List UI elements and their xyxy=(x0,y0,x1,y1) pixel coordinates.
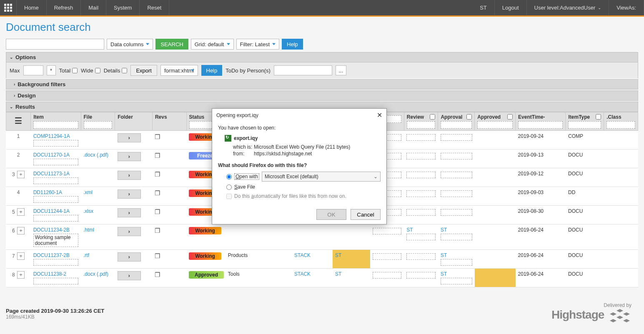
approval-cell[interactable] xyxy=(441,134,472,141)
nav-mail[interactable]: Mail xyxy=(81,0,106,15)
max-input[interactable] xyxy=(23,65,43,75)
folder-button[interactable] xyxy=(118,252,141,262)
revisions-icon[interactable]: ❐ xyxy=(155,271,160,278)
nav-reset[interactable]: Reset xyxy=(140,0,169,15)
approval-cell[interactable] xyxy=(441,190,472,197)
approval-link[interactable]: ST xyxy=(441,271,447,277)
approval-link[interactable]: ST xyxy=(441,252,447,258)
owner-link[interactable]: ST xyxy=(335,252,341,258)
item-link[interactable]: DD11260-1A xyxy=(33,189,62,195)
search-input[interactable] xyxy=(6,39,104,50)
approval-cell[interactable] xyxy=(441,172,472,178)
total-checkbox[interactable] xyxy=(72,68,78,73)
approved-chk[interactable] xyxy=(507,114,513,120)
stack-link[interactable]: STACK xyxy=(294,271,311,277)
review-cell[interactable] xyxy=(406,190,436,197)
file-link[interactable]: .xlsx xyxy=(83,208,93,214)
expand-button[interactable]: + xyxy=(17,171,25,178)
filter-approved[interactable] xyxy=(477,121,513,129)
filter-class[interactable] xyxy=(606,121,635,129)
data-columns-select[interactable]: Data columns xyxy=(107,39,153,50)
details-checkbox-label[interactable]: Details xyxy=(104,67,128,74)
filter-approval[interactable] xyxy=(441,121,472,129)
folder-button[interactable] xyxy=(118,133,141,142)
item-link[interactable]: COMP11294-1A xyxy=(33,133,70,139)
approval-cell[interactable] xyxy=(441,209,472,216)
filter-select[interactable]: Filter: Latest xyxy=(236,39,280,50)
empty-cell[interactable] xyxy=(373,228,402,234)
item-link[interactable]: DOCU11234-2B xyxy=(33,227,70,233)
review-cell[interactable] xyxy=(406,272,436,279)
expand-button[interactable]: + xyxy=(17,208,25,216)
revisions-icon[interactable]: ❐ xyxy=(155,133,160,140)
review-link[interactable]: ST xyxy=(406,227,413,233)
review-cell[interactable] xyxy=(406,253,436,260)
owner-link[interactable]: ST xyxy=(335,271,341,277)
options-section[interactable]: ⌄ Options xyxy=(6,52,638,62)
user-level[interactable]: User level: AdvancedUser ⌄ xyxy=(527,0,609,15)
review-cell[interactable] xyxy=(406,134,436,141)
view-as[interactable]: ViewAs: xyxy=(609,0,644,15)
row-menu-icon[interactable]: ☰ xyxy=(9,114,28,125)
user-short[interactable]: ST xyxy=(472,0,495,15)
ok-button[interactable]: OK xyxy=(316,209,346,220)
item-link[interactable]: DOCU11270-1A xyxy=(33,152,70,158)
review-chk[interactable] xyxy=(430,114,435,120)
format-select[interactable]: format:xhtml xyxy=(160,65,198,76)
folder-button[interactable] xyxy=(118,271,141,280)
background-filters-section[interactable]: › Background filters xyxy=(6,79,638,90)
save-file-radio[interactable] xyxy=(226,184,232,190)
approval-chk[interactable] xyxy=(466,114,472,120)
revisions-icon[interactable]: ❐ xyxy=(155,189,160,197)
item-edit[interactable] xyxy=(33,196,78,203)
search-button[interactable]: SEARCH xyxy=(155,39,188,50)
nav-home[interactable]: Home xyxy=(17,0,47,15)
filter-review[interactable] xyxy=(407,121,436,129)
review-cell[interactable] xyxy=(406,209,436,216)
folder-button[interactable] xyxy=(118,152,141,161)
filter-itemtype[interactable] xyxy=(568,121,601,129)
expand-button[interactable]: + xyxy=(17,252,25,260)
app-menu-icon[interactable] xyxy=(0,0,17,15)
approval-link[interactable]: ST xyxy=(441,227,447,233)
star-button[interactable]: * xyxy=(47,65,56,75)
filter-file[interactable] xyxy=(84,121,113,129)
nav-system[interactable]: System xyxy=(106,0,140,15)
item-link[interactable]: DOCU11237-2B xyxy=(33,252,70,258)
folder-button[interactable] xyxy=(118,227,141,236)
wide-checkbox-label[interactable]: Wide xyxy=(81,67,100,74)
folder-button[interactable] xyxy=(118,189,141,199)
revisions-icon[interactable]: ❐ xyxy=(155,171,160,178)
nav-refresh[interactable]: Refresh xyxy=(47,0,81,15)
wide-checkbox[interactable] xyxy=(95,68,100,73)
approval-cell[interactable] xyxy=(441,153,472,160)
todo-browse-button[interactable]: ... xyxy=(336,65,346,75)
item-edit[interactable] xyxy=(33,278,78,284)
item-edit[interactable] xyxy=(33,159,78,165)
file-link[interactable]: .xml xyxy=(83,189,93,195)
expand-button[interactable]: + xyxy=(17,227,25,234)
cancel-button[interactable]: Cancel xyxy=(351,209,381,220)
folder-button[interactable] xyxy=(118,171,141,180)
item-link[interactable]: DOCU11273-1A xyxy=(33,171,70,177)
item-edit[interactable] xyxy=(33,259,78,266)
logout[interactable]: Logout xyxy=(495,0,527,15)
export-button[interactable]: Export xyxy=(130,65,157,76)
total-checkbox-label[interactable]: Total xyxy=(59,67,78,74)
design-section[interactable]: › Design xyxy=(6,90,638,101)
item-edit[interactable] xyxy=(33,177,78,184)
item-edit[interactable] xyxy=(33,215,78,222)
filter-item[interactable] xyxy=(33,121,78,129)
empty-cell[interactable] xyxy=(373,272,402,279)
revisions-icon[interactable]: ❐ xyxy=(155,252,160,259)
revisions-icon[interactable]: ❐ xyxy=(155,152,160,159)
file-link[interactable]: .docx (.pdf) xyxy=(83,152,108,158)
empty-cell[interactable] xyxy=(373,253,402,260)
close-icon[interactable]: ✕ xyxy=(377,111,382,119)
options-help-button[interactable]: Help xyxy=(201,65,223,76)
open-with-radio[interactable] xyxy=(226,174,232,179)
file-link[interactable]: .rtf xyxy=(83,252,89,258)
filter-eventtime[interactable] xyxy=(518,121,563,129)
file-link[interactable]: .html xyxy=(83,227,94,233)
item-link[interactable]: DOCU11244-1A xyxy=(33,208,70,214)
